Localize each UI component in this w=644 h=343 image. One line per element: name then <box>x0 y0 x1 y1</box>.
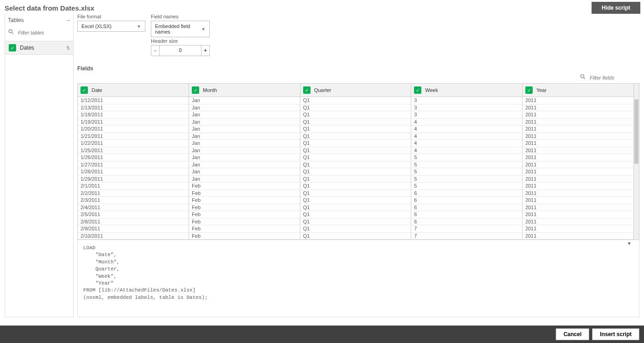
checkbox-icon: ✓ <box>9 44 16 51</box>
scroll-down-icon[interactable]: ▼ <box>627 241 632 246</box>
table-row[interactable]: 1/29/2011JanQ152011 <box>78 175 633 183</box>
table-cell: 2/10/2011 <box>78 232 189 240</box>
table-cell: 1/13/2011 <box>78 104 189 111</box>
table-cell: 1/26/2011 <box>78 154 189 161</box>
checkbox-icon[interactable]: ✓ <box>303 86 310 94</box>
table-cell: 1/25/2011 <box>78 147 189 154</box>
table-cell: 7 <box>411 225 523 233</box>
table-cell: 2011 <box>522 140 633 147</box>
table-row[interactable]: 1/27/2011JanQ152011 <box>78 161 633 168</box>
column-label: Quarter <box>314 87 331 93</box>
table-cell: Feb <box>189 225 300 233</box>
table-cell: 2/5/2011 <box>78 211 189 218</box>
checkbox-icon[interactable]: ✓ <box>80 86 88 94</box>
tables-panel: Tables → ✓ Dates 5 <box>5 14 74 317</box>
table-row[interactable]: 1/12/2011JanQ132011 <box>78 97 633 104</box>
table-row[interactable]: 2/2/2011FebQ162011 <box>78 189 633 197</box>
table-cell: Q1 <box>300 154 411 161</box>
expand-arrow-icon[interactable]: → <box>65 17 71 24</box>
table-row[interactable]: 2/8/2011FebQ162011 <box>78 218 633 225</box>
svg-line-3 <box>584 78 585 79</box>
column-label: Month <box>203 87 217 93</box>
column-label: Date <box>92 87 102 93</box>
column-header[interactable]: ✓Week <box>411 84 523 97</box>
table-cell: Q1 <box>300 183 411 190</box>
table-cell: 4 <box>411 140 523 147</box>
column-header[interactable]: ✓Year <box>522 84 633 97</box>
table-item-dates[interactable]: ✓ Dates 5 <box>5 41 73 55</box>
table-cell: 2011 <box>522 126 633 133</box>
table-cell: Jan <box>189 126 300 133</box>
table-cell: Q1 <box>300 147 411 154</box>
table-cell: 6 <box>411 189 523 197</box>
table-row[interactable]: 2/1/2011FebQ152011 <box>78 183 633 190</box>
table-row[interactable]: 1/19/2011JanQ142011 <box>78 118 633 126</box>
table-row[interactable]: 1/25/2011JanQ142011 <box>78 147 633 154</box>
table-row[interactable]: 2/3/2011FebQ162011 <box>78 197 633 204</box>
table-cell: Q1 <box>300 118 411 126</box>
table-cell: 6 <box>411 204 523 211</box>
table-cell: 2/2/2011 <box>78 189 189 197</box>
table-cell: 2011 <box>522 104 633 111</box>
checkbox-icon[interactable]: ✓ <box>192 86 199 94</box>
field-names-select[interactable]: Embedded field names ▼ <box>151 21 210 37</box>
table-cell: Q1 <box>300 104 411 111</box>
table-row[interactable]: 2/9/2011FebQ172011 <box>78 225 633 233</box>
table-cell: 2/8/2011 <box>78 218 189 225</box>
filter-tables-input[interactable] <box>17 29 70 36</box>
table-cell: Q1 <box>300 232 411 240</box>
column-header[interactable]: ✓Quarter <box>300 84 411 97</box>
vertical-scrollbar[interactable] <box>633 84 639 240</box>
table-row[interactable]: 2/5/2011FebQ162011 <box>78 211 633 218</box>
table-cell: Q1 <box>300 189 411 197</box>
table-cell: 2011 <box>522 218 633 225</box>
table-cell: 7 <box>411 232 523 240</box>
table-cell: Jan <box>189 111 300 119</box>
column-header[interactable]: ✓Month <box>189 84 300 97</box>
table-cell: Jan <box>189 147 300 154</box>
table-row[interactable]: 1/18/2011JanQ132011 <box>78 111 633 119</box>
page-title: Select data from Dates.xlsx <box>5 4 94 12</box>
table-cell: 4 <box>411 132 523 140</box>
table-row[interactable]: 1/20/2011JanQ142011 <box>78 126 633 133</box>
table-row[interactable]: 1/26/2011JanQ152011 <box>78 154 633 161</box>
column-header[interactable]: ✓Date <box>78 84 189 97</box>
checkbox-icon[interactable]: ✓ <box>525 86 533 94</box>
file-format-select[interactable]: Excel (XLSX) ▼ <box>77 21 145 32</box>
table-cell: Q1 <box>300 211 411 218</box>
table-cell: Q1 <box>300 140 411 147</box>
tables-label: Tables <box>8 17 24 23</box>
table-cell: Q1 <box>300 175 411 183</box>
checkbox-icon[interactable]: ✓ <box>414 86 421 94</box>
table-row[interactable]: 2/4/2011FebQ162011 <box>78 204 633 211</box>
table-cell: 5 <box>411 154 523 161</box>
stepper-minus-button[interactable]: - <box>151 46 160 56</box>
file-format-label: File format <box>77 14 145 19</box>
table-row[interactable]: 2/10/2011FebQ172011 <box>78 232 633 240</box>
table-cell: 5 <box>411 168 523 176</box>
field-names-value: Embedded field names <box>155 23 197 34</box>
table-cell: 2011 <box>522 118 633 126</box>
table-cell: 2011 <box>522 161 633 168</box>
table-cell: Q1 <box>300 218 411 225</box>
table-cell: 3 <box>411 104 523 111</box>
table-row[interactable]: 1/13/2011JanQ132011 <box>78 104 633 111</box>
table-cell: 1/28/2011 <box>78 168 189 176</box>
search-icon <box>8 29 14 36</box>
table-cell: 2/1/2011 <box>78 183 189 190</box>
scrollbar-thumb[interactable] <box>634 99 638 164</box>
table-cell: 1/22/2011 <box>78 140 189 147</box>
fields-table: ✓Date✓Month✓Quarter✓Week✓Year 1/12/2011J… <box>78 84 633 240</box>
table-cell: 2011 <box>522 168 633 176</box>
table-cell: Jan <box>189 132 300 140</box>
table-cell: 1/18/2011 <box>78 111 189 119</box>
hide-script-button[interactable]: Hide script <box>592 2 640 14</box>
table-row[interactable]: 1/28/2011JanQ152011 <box>78 168 633 176</box>
table-row[interactable]: 1/22/2011JanQ142011 <box>78 140 633 147</box>
table-row[interactable]: 1/21/2011JanQ142011 <box>78 132 633 140</box>
table-name-label: Dates <box>20 45 63 51</box>
table-cell: 2011 <box>522 197 633 204</box>
filter-fields-input[interactable] <box>589 74 626 81</box>
table-cell: 2011 <box>522 225 633 233</box>
stepper-plus-button[interactable]: + <box>201 46 209 56</box>
